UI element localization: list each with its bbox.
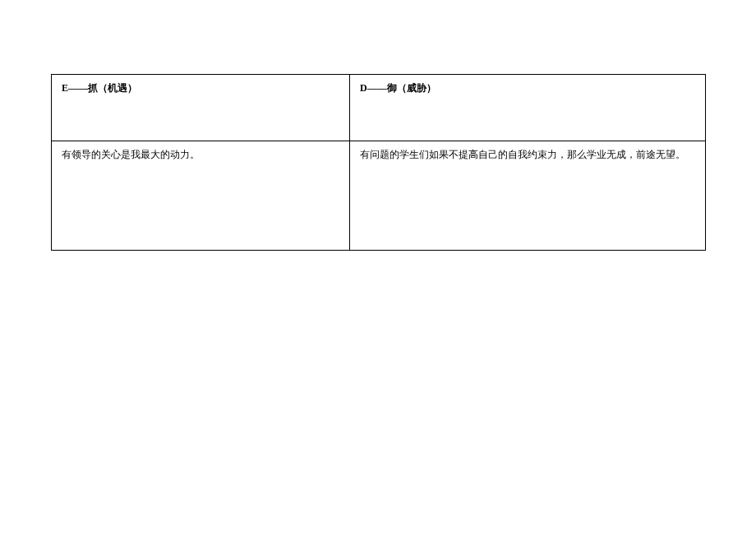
header-opportunity: E——抓（机遇） (52, 75, 350, 141)
cell-threat-text: 有问题的学生们如果不提高自己的自我约束力，那么学业无成，前途无望。 (360, 149, 685, 160)
table-header-row: E——抓（机遇） D——御（威胁） (52, 75, 706, 141)
cell-threat: 有问题的学生们如果不提高自己的自我约束力，那么学业无成，前途无望。 (350, 141, 706, 251)
header-opportunity-label: E——抓（机遇） (62, 82, 137, 94)
cell-opportunity: 有领导的关心是我最大的动力。 (52, 141, 350, 251)
table-body-row: 有领导的关心是我最大的动力。 有问题的学生们如果不提高自己的自我约束力，那么学业… (52, 141, 706, 251)
cell-opportunity-text: 有领导的关心是我最大的动力。 (62, 149, 200, 160)
swot-table: E——抓（机遇） D——御（威胁） 有领导的关心是我最大的动力。 有问题的学生们… (51, 74, 706, 251)
header-threat: D——御（威胁） (350, 75, 706, 141)
header-threat-label: D——御（威胁） (360, 82, 436, 94)
